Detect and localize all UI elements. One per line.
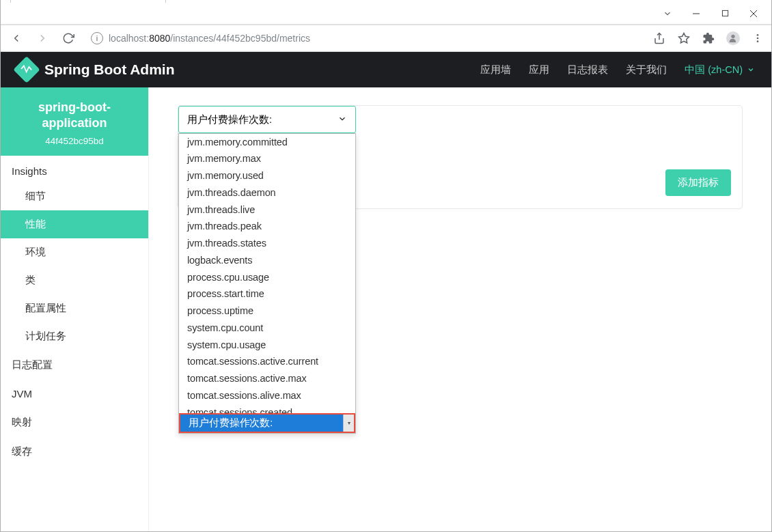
sidebar-item-cache[interactable]: 缓存 xyxy=(1,437,148,466)
sidebar-app-box[interactable]: spring-boot-application 44f452bc95bd xyxy=(1,87,148,156)
header-nav: 应用墙 应用 日志报表 关于我们 中国 (zh-CN) xyxy=(480,64,755,76)
dropdown-scroll-down-icon[interactable]: ▾ xyxy=(343,415,354,432)
sidebar-item-logging[interactable]: 日志配置 xyxy=(1,350,148,380)
window-titlebar xyxy=(1,3,771,25)
sidebar-section-insights: Insights xyxy=(1,156,148,182)
dropdown-option[interactable]: system.cpu.count xyxy=(179,320,355,337)
dropdown-option-selected[interactable]: 用户付费操作次数: xyxy=(180,415,343,432)
sidebar-item-scheduled[interactable]: 计划任务 xyxy=(1,322,148,350)
svg-point-9 xyxy=(757,40,759,42)
dropdown-option[interactable]: jvm.threads.peak xyxy=(179,219,355,236)
dropdown-selected-highlight: 用户付费操作次数:▾ xyxy=(179,413,355,433)
dropdown-option[interactable]: jvm.threads.daemon xyxy=(179,184,355,201)
tab-strip: Spring Boot Admin × + xyxy=(1,0,771,3)
sidebar-item-metrics[interactable]: 性能 xyxy=(1,210,148,238)
nav-wallboard[interactable]: 应用墙 xyxy=(480,64,511,76)
dropdown-option[interactable]: system.cpu.usage xyxy=(179,337,355,354)
brand[interactable]: Spring Boot Admin xyxy=(17,60,175,79)
app-header: Spring Boot Admin 应用墙 应用 日志报表 关于我们 中国 (z… xyxy=(1,52,771,87)
svg-point-8 xyxy=(757,38,759,40)
info-icon[interactable]: i xyxy=(91,32,103,44)
reload-button[interactable] xyxy=(59,29,77,47)
minimize-button[interactable] xyxy=(687,4,706,23)
nav-journal[interactable]: 日志报表 xyxy=(567,64,608,76)
sidebar-item-environment[interactable]: 环境 xyxy=(1,238,148,266)
chevron-down-icon[interactable] xyxy=(658,4,677,23)
metric-card: 用户付费操作次数: jvm.memory.committedjvm.memory… xyxy=(178,105,743,209)
dropdown-option[interactable]: jvm.threads.live xyxy=(179,201,355,219)
browser-tab[interactable]: Spring Boot Admin × xyxy=(10,0,166,3)
nav-language[interactable]: 中国 (zh-CN) xyxy=(685,64,755,76)
metric-select-wrap: 用户付费操作次数: jvm.memory.committedjvm.memory… xyxy=(178,106,356,133)
svg-point-6 xyxy=(731,35,734,38)
share-icon[interactable] xyxy=(652,31,666,45)
close-window-button[interactable] xyxy=(744,4,763,23)
sidebar-item-jvm[interactable]: JVM xyxy=(1,380,148,408)
chevron-down-icon xyxy=(747,66,755,74)
browser-window: Spring Boot Admin × + i localhost xyxy=(0,0,772,532)
extensions-icon[interactable] xyxy=(702,31,715,45)
sidebar-item-mapping[interactable]: 映射 xyxy=(1,408,148,437)
dropdown-option[interactable]: tomcat.sessions.alive.max xyxy=(179,387,355,404)
maximize-button[interactable] xyxy=(715,4,734,23)
dropdown-option[interactable]: tomcat.sessions.active.current xyxy=(179,354,355,371)
dropdown-option[interactable]: process.cpu.usage xyxy=(179,269,355,286)
sidebar-item-beans[interactable]: 类 xyxy=(1,266,148,294)
nav-about[interactable]: 关于我们 xyxy=(626,64,667,76)
browser-toolbar: i localhost:8080/instances/44f452bc95bd/… xyxy=(1,25,771,52)
address-bar[interactable]: i localhost:8080/instances/44f452bc95bd/… xyxy=(85,28,644,48)
dropdown-option[interactable]: jvm.memory.max xyxy=(179,151,355,168)
new-tab-button[interactable]: + xyxy=(170,0,189,3)
svg-rect-1 xyxy=(722,10,728,16)
add-metric-button[interactable]: 添加指标 xyxy=(665,169,731,196)
metric-select[interactable]: 用户付费操作次数: xyxy=(178,106,356,133)
svg-marker-5 xyxy=(679,33,689,43)
browser-action-icons xyxy=(652,31,764,45)
metric-select-value: 用户付费操作次数: xyxy=(187,113,272,126)
main-content: 用户付费操作次数: jvm.memory.committedjvm.memory… xyxy=(149,87,771,531)
app-body: spring-boot-application 44f452bc95bd Ins… xyxy=(1,87,771,531)
sidebar-item-configprops[interactable]: 配置属性 xyxy=(1,294,148,322)
bookmark-icon[interactable] xyxy=(677,31,691,45)
sidebar-item-details[interactable]: 细节 xyxy=(1,182,148,210)
profile-avatar[interactable] xyxy=(726,31,740,45)
dropdown-option[interactable]: process.uptime xyxy=(179,303,355,320)
nav-applications[interactable]: 应用 xyxy=(529,64,549,76)
dropdown-option[interactable]: process.start.time xyxy=(179,286,355,303)
dropdown-option[interactable]: jvm.threads.states xyxy=(179,236,355,253)
sidebar-app-id: 44f452bc95bd xyxy=(8,136,141,146)
dropdown-option[interactable]: jvm.memory.committed xyxy=(179,134,355,151)
forward-button[interactable] xyxy=(33,29,51,47)
sidebar-app-name: spring-boot-application xyxy=(8,100,141,132)
sidebar: spring-boot-application 44f452bc95bd Ins… xyxy=(1,87,149,531)
svg-point-7 xyxy=(757,34,759,36)
back-button[interactable] xyxy=(8,29,25,47)
dropdown-option[interactable]: tomcat.sessions.active.max xyxy=(179,371,355,388)
dropdown-option[interactable]: jvm.memory.used xyxy=(179,168,355,185)
metric-dropdown-list[interactable]: jvm.memory.committedjvm.memory.maxjvm.me… xyxy=(178,133,356,434)
chevron-down-icon xyxy=(337,114,347,126)
menu-icon[interactable] xyxy=(751,31,764,45)
dropdown-option[interactable]: logback.events xyxy=(179,252,355,269)
brand-text: Spring Boot Admin xyxy=(44,61,175,78)
url-text: localhost:8080/instances/44f452bc95bd/me… xyxy=(109,33,310,44)
brand-logo xyxy=(13,56,40,83)
